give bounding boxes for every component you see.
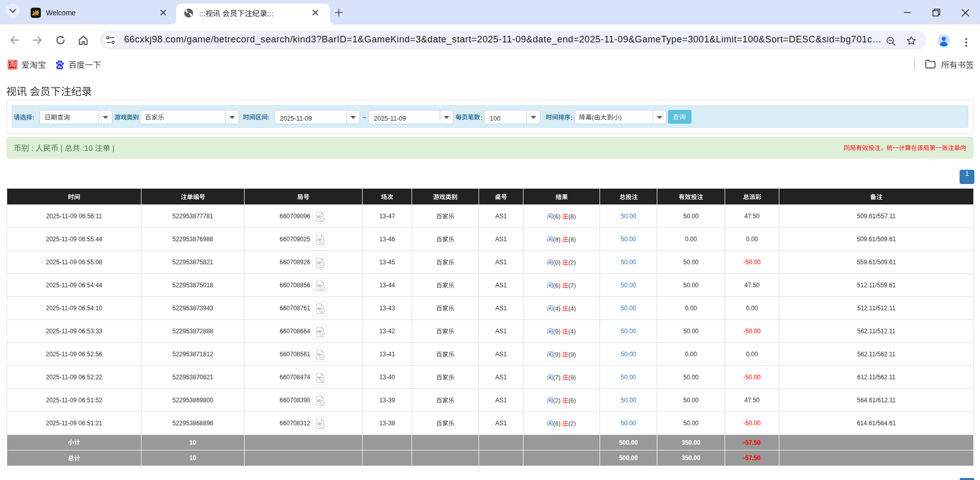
svg-text:du: du <box>58 65 62 68</box>
